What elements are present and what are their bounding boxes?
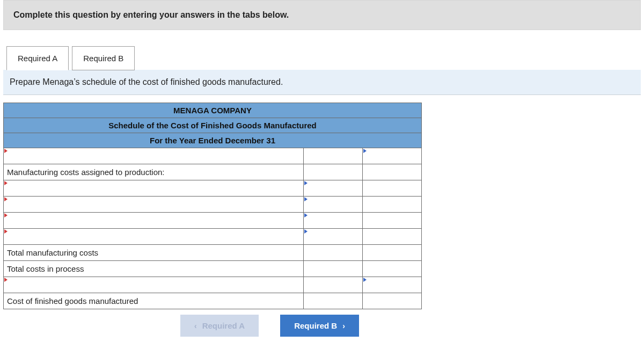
nav-buttons: ‹ Required A Required B › [3,315,641,337]
next-label: Required B [294,321,337,330]
cell-empty [363,164,422,180]
cell-empty [363,229,422,245]
table-row: Total manufacturing costs [4,245,422,261]
tab-label: Required B [83,54,123,63]
prev-label: Required A [202,321,245,330]
table-row [4,197,422,213]
cell-input[interactable] [4,197,304,213]
chevron-right-icon: › [342,322,345,330]
chevron-left-icon: ‹ [194,322,197,330]
tabs-row: Required A Required B [3,46,641,70]
cell-empty [304,277,363,293]
cell-input[interactable] [4,213,304,229]
cell-input[interactable] [363,245,422,261]
table-row [4,148,422,164]
tab-required-b[interactable]: Required B [72,46,135,70]
cell-empty [363,180,422,197]
cell-label: Cost of finished goods manufactured [4,293,304,309]
cell-input[interactable] [4,229,304,245]
schedule-table: MENAGA COMPANY Schedule of the Cost of F… [3,103,422,309]
table-row: Cost of finished goods manufactured [4,293,422,309]
cell-empty [304,261,363,277]
cell-input[interactable] [304,245,363,261]
table-row: Total costs in process [4,261,422,277]
prev-button: ‹ Required A [180,315,259,337]
table-row [4,229,422,245]
instruction-banner: Complete this question by entering your … [3,0,641,30]
cell-input[interactable] [363,293,422,309]
cell-input[interactable] [304,180,363,197]
tab-label: Required A [18,54,57,63]
table-header-title: Schedule of the Cost of Finished Goods M… [4,118,422,133]
cell-label: Total manufacturing costs [4,245,304,261]
table-row: Manufacturing costs assigned to producti… [4,164,422,180]
cell-input[interactable] [363,261,422,277]
cell-empty [304,164,363,180]
cell-empty [363,213,422,229]
table-row [4,277,422,293]
cell-label: Total costs in process [4,261,304,277]
table-row [4,180,422,197]
next-button[interactable]: Required B › [280,315,359,337]
cell-input[interactable] [4,180,304,197]
table-header-period: For the Year Ended December 31 [4,133,422,148]
table-header-company: MENAGA COMPANY [4,103,422,118]
tab-required-a[interactable]: Required A [6,46,69,70]
cell-input[interactable] [4,148,304,164]
cell-input[interactable] [304,197,363,213]
cell-empty [304,293,363,309]
cell-input[interactable] [304,148,363,164]
question-prompt: Prepare Menaga’s schedule of the cost of… [3,70,641,95]
instruction-text: Complete this question by entering your … [13,10,289,19]
cell-input[interactable] [363,277,422,293]
cell-input[interactable] [304,229,363,245]
table-row [4,213,422,229]
cell-input[interactable] [363,148,422,164]
cell-input[interactable] [4,277,304,293]
cell-empty [363,197,422,213]
cell-label: Manufacturing costs assigned to producti… [4,164,304,180]
prompt-text: Prepare Menaga’s schedule of the cost of… [10,77,283,86]
cell-input[interactable] [304,213,363,229]
